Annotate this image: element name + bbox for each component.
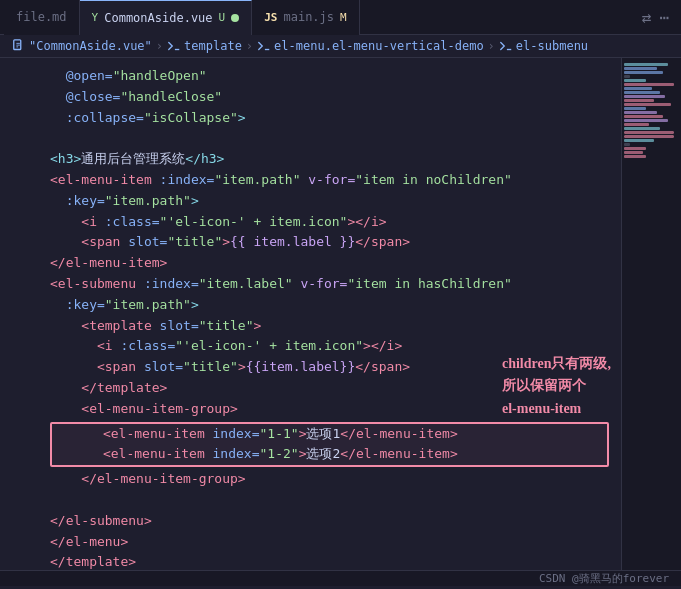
breadcrumb-el-menu-label: el-menu.el-menu-vertical-demo <box>274 39 484 53</box>
code-line-2: @close="handleClose" <box>50 87 609 108</box>
code-line-1: @open="handleOpen" <box>50 66 609 87</box>
code-line-6: <el-menu-item :index="item.path" v-for="… <box>50 170 609 191</box>
code-line-9: <span slot="title">{{ item.label }}</spa… <box>50 232 609 253</box>
tab-common-aside[interactable]: Y CommonAside.vue U <box>80 0 253 35</box>
tab-label: file.md <box>16 10 67 24</box>
minimap <box>621 58 681 570</box>
code-line-20: </el-menu-item-group> <box>50 469 609 490</box>
code-line-18: <el-menu-item index="1-1">选项1</el-menu-i… <box>56 424 603 445</box>
breadcrumb-sep-3: › <box>488 39 495 53</box>
tab-label: CommonAside.vue <box>104 11 212 25</box>
editor: @open="handleOpen" @close="handleClose" … <box>0 58 681 570</box>
annotation-line2: 所以保留两个 <box>502 375 611 397</box>
breadcrumb-el-submenu: el-submenu <box>499 39 588 53</box>
tab-file-md[interactable]: file.md <box>4 0 80 35</box>
code-line-5: <h3>通用后台管理系统</h3> <box>50 149 609 170</box>
tab-bar: file.md Y CommonAside.vue U JS main.js M… <box>0 0 681 35</box>
breadcrumb: "CommonAside.vue" › template › el-menu.e… <box>0 35 681 58</box>
status-bar: CSDN @骑黑马的forever <box>0 570 681 586</box>
breadcrumb-sep-1: › <box>156 39 163 53</box>
code-line-4 <box>50 128 609 149</box>
tab-label: main.js <box>283 10 334 24</box>
breadcrumb-template-label: template <box>184 39 242 53</box>
breadcrumb-file: "CommonAside.vue" <box>12 39 152 53</box>
js-icon: JS <box>264 11 277 24</box>
code-line-19: <el-menu-item index="1-2">选项2</el-menu-i… <box>56 444 603 465</box>
highlight-box: <el-menu-item index="1-1">选项1</el-menu-i… <box>50 422 609 468</box>
code-line-22: </el-submenu> <box>50 511 609 532</box>
code-line-7: :key="item.path"> <box>50 191 609 212</box>
breadcrumb-el-menu: el-menu.el-menu-vertical-demo <box>257 39 484 53</box>
vue-icon: Y <box>92 11 99 24</box>
annotation-line1: children只有两级, <box>502 353 611 375</box>
breadcrumb-template: template <box>167 39 242 53</box>
code-line-12: :key="item.path"> <box>50 295 609 316</box>
tab-unsaved-indicator: U <box>219 11 226 24</box>
breadcrumb-sep-2: › <box>246 39 253 53</box>
tab-main-js[interactable]: JS main.js M <box>252 0 359 35</box>
tab-actions: ⇄ ⋯ <box>642 8 677 27</box>
code-line-3: :collapse="isCollapse"> <box>50 108 609 129</box>
breadcrumb-el-submenu-label: el-submenu <box>516 39 588 53</box>
code-line-10: </el-menu-item> <box>50 253 609 274</box>
annotation-line3: el-menu-item <box>502 398 611 420</box>
tab-modified-indicator: M <box>340 11 347 24</box>
minimap-content <box>622 58 681 163</box>
code-line-23: </el-menu> <box>50 532 609 553</box>
code-line-13: <template slot="title"> <box>50 316 609 337</box>
more-actions-icon[interactable]: ⋯ <box>659 8 669 27</box>
line-numbers <box>0 58 38 570</box>
code-line-8: <i :class="'el-icon-' + item.icon"></i> <box>50 212 609 233</box>
code-line-24: </template> <box>50 552 609 570</box>
tab-dot <box>231 14 239 22</box>
breadcrumb-file-label: "CommonAside.vue" <box>29 39 152 53</box>
code-line-21 <box>50 490 609 511</box>
annotation: children只有两级, 所以保留两个 el-menu-item <box>502 353 611 420</box>
split-editor-icon[interactable]: ⇄ <box>642 8 652 27</box>
csdn-attribution: CSDN @骑黑马的forever <box>539 571 669 586</box>
code-content[interactable]: @open="handleOpen" @close="handleClose" … <box>38 58 621 570</box>
code-line-11: <el-submenu :index="item.label" v-for="i… <box>50 274 609 295</box>
